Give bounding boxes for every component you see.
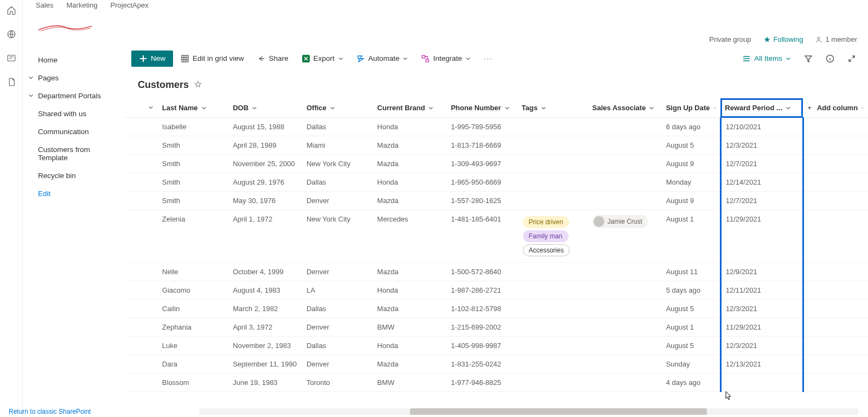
tag-accessories: Accessories xyxy=(523,244,570,256)
cell-phone: 1-102-812-5798 xyxy=(446,300,517,318)
nav-department-portals[interactable]: Department Portals xyxy=(23,87,124,105)
nav-recycle-bin[interactable]: Recycle bin xyxy=(23,167,124,185)
cell-last-name: Zelenia xyxy=(158,210,228,263)
column-current-brand[interactable]: Current Brand xyxy=(373,98,446,118)
table-row[interactable]: LukeNovember 2, 1983DallasHonda1-405-998… xyxy=(125,337,868,355)
chevron-down-icon xyxy=(28,74,34,82)
members-button[interactable]: 1 member xyxy=(815,35,857,43)
chevron-down-icon[interactable] xyxy=(148,104,154,112)
cell-dob: June 19, 1983 xyxy=(228,374,302,392)
cell-reward: 11/29/2021 xyxy=(720,318,803,337)
table-row[interactable]: SmithNovember 25, 2000New York CityMazda… xyxy=(125,155,868,173)
cell-brand: Honda xyxy=(373,118,446,136)
quick-launch: Home Pages Department Portals Shared wit… xyxy=(23,47,125,417)
table-row[interactable]: BlossomJune 19, 1983TorontoBMW1-977-946-… xyxy=(125,374,868,392)
table-row[interactable]: NelleOctober 4, 1999DenverMazda1-500-572… xyxy=(125,263,868,281)
nav-communication[interactable]: Communication xyxy=(23,123,124,141)
add-column-button[interactable]: +Add column xyxy=(803,98,868,118)
cell-associate xyxy=(588,281,662,300)
footer: Return to classic SharePoint xyxy=(0,406,868,417)
cell-signup: 4 days ago xyxy=(662,374,721,392)
export-button[interactable]: Export xyxy=(296,51,349,66)
cell-dob: November 2, 1983 xyxy=(228,337,302,355)
column-dob[interactable]: DOB xyxy=(228,98,302,118)
column-phone-number[interactable]: Phone Number xyxy=(446,98,517,118)
cell-brand: Mazda xyxy=(373,192,446,210)
edit-grid-button[interactable]: Edit in grid view xyxy=(175,51,250,66)
table-row[interactable]: CailinMarch 2, 1982DallasMazda1-102-812-… xyxy=(125,300,868,318)
following-button[interactable]: Following xyxy=(763,35,803,43)
column-sign-up-date[interactable]: Sign Up Date xyxy=(662,98,721,118)
cell-office: Toronto xyxy=(302,374,373,392)
tag-family-man: Family man xyxy=(523,230,569,242)
tab-marketing[interactable]: Marketing xyxy=(67,1,98,9)
overflow-button[interactable]: ··· xyxy=(478,51,499,66)
expand-button[interactable] xyxy=(842,51,861,66)
table-row[interactable]: ZeleniaApril 1, 1972New York CityMercede… xyxy=(125,210,868,263)
cell-tags xyxy=(518,136,588,155)
cell-tags: Price drivenFamily manAccessories xyxy=(518,210,588,263)
new-button[interactable]: New xyxy=(131,50,173,67)
nav-pages[interactable]: Pages xyxy=(23,69,124,87)
avatar xyxy=(593,216,604,227)
table-row[interactable]: DaraSeptember 11, 1990DenverMazda1-831-2… xyxy=(125,355,868,374)
cell-last-name: Giacomo xyxy=(158,281,228,300)
table-row[interactable]: SmithApril 28, 1989MiamiMazda1-813-718-6… xyxy=(125,136,868,155)
horizontal-scrollbar[interactable] xyxy=(199,408,858,415)
column-office[interactable]: Office xyxy=(302,98,373,118)
table-row[interactable]: ZephaniaApril 3, 1972DenverBMW1-215-699-… xyxy=(125,318,868,337)
automate-button[interactable]: Automate xyxy=(351,51,414,66)
cell-brand: Mazda xyxy=(373,263,446,281)
home-icon[interactable] xyxy=(7,5,16,17)
cell-reward: 12/7/2021 xyxy=(720,155,803,173)
cell-associate xyxy=(588,355,662,374)
nav-edit[interactable]: Edit xyxy=(23,185,124,203)
cell-office: Denver xyxy=(302,192,373,210)
info-button[interactable] xyxy=(820,51,840,66)
cell-brand: BMW xyxy=(373,374,446,392)
tab-projectapex[interactable]: ProjectApex xyxy=(111,1,149,9)
cell-associate xyxy=(588,173,662,192)
table-row[interactable]: SmithAugust 29, 1976DallasHonda1-965-950… xyxy=(125,173,868,192)
cell-last-name: Nelle xyxy=(158,263,228,281)
site-header: Sales Marketing ProjectApex xyxy=(23,0,868,35)
group-privacy: Private group xyxy=(709,35,751,43)
column-last-name[interactable]: Last Name xyxy=(158,98,228,118)
cell-signup: 5 days ago xyxy=(662,281,721,300)
nav-shared-with-us[interactable]: Shared with us xyxy=(23,105,124,123)
filter-button[interactable] xyxy=(799,51,818,66)
table-row[interactable]: GiacomoAugust 4, 1983LAHonda1-987-286-27… xyxy=(125,281,868,300)
integrate-button[interactable]: Integrate xyxy=(416,51,476,66)
cell-reward xyxy=(720,374,803,392)
classic-link[interactable]: Return to classic SharePoint xyxy=(0,408,91,415)
globe-icon[interactable] xyxy=(7,29,16,41)
cell-tags xyxy=(518,355,588,374)
news-icon[interactable] xyxy=(7,53,16,65)
column-reward-period[interactable]: Reward Period ... xyxy=(720,98,803,118)
table-row[interactable]: SmithMay 30, 1976DenverMazda1-557-280-16… xyxy=(125,192,868,210)
cell-brand: Mazda xyxy=(373,155,446,173)
nav-home[interactable]: Home xyxy=(23,51,124,69)
cell-tags xyxy=(518,192,588,210)
svg-rect-3 xyxy=(182,55,188,62)
column-sales-associate[interactable]: Sales Associate xyxy=(588,98,662,118)
share-button[interactable]: Share xyxy=(252,51,294,66)
cell-associate: Jamie Crust xyxy=(588,210,662,263)
cell-dob: October 4, 1999 xyxy=(228,263,302,281)
nav-customers-template[interactable]: Customers from Template xyxy=(23,141,124,167)
tab-sales[interactable]: Sales xyxy=(36,1,54,9)
cell-associate xyxy=(588,374,662,392)
table-row[interactable]: IsabelleAugust 15, 1988DallasHonda1-995-… xyxy=(125,118,868,136)
column-tags[interactable]: Tags xyxy=(518,98,588,118)
favorite-icon[interactable] xyxy=(194,80,202,90)
cell-reward: 12/7/2021 xyxy=(720,192,803,210)
person-chip[interactable]: Jamie Crust xyxy=(592,215,648,228)
cell-reward: 12/11/2021 xyxy=(720,281,803,300)
cell-last-name: Dara xyxy=(158,355,228,374)
cell-phone: 1-813-718-6669 xyxy=(446,136,517,155)
cell-phone: 1-215-699-2002 xyxy=(446,318,517,337)
view-selector[interactable]: All Items xyxy=(737,51,796,66)
files-icon[interactable] xyxy=(7,77,16,89)
cell-signup: August 1 xyxy=(662,318,721,337)
cell-reward: 12/3/2021 xyxy=(720,136,803,155)
